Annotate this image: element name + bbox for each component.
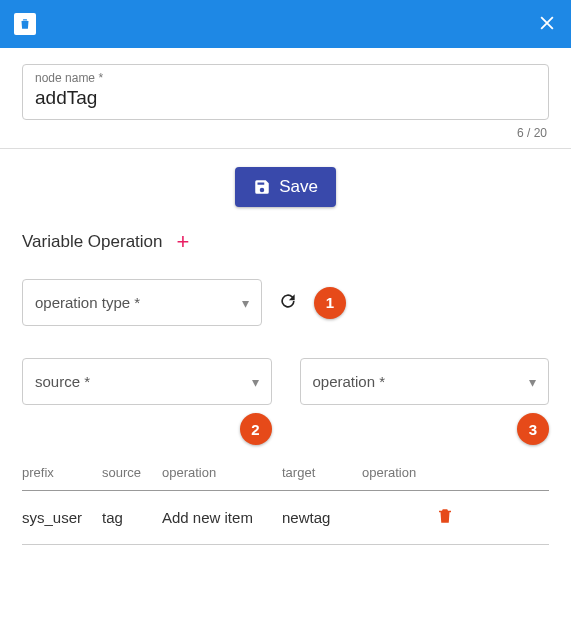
operation-type-select[interactable]: operation type * ▾ bbox=[22, 279, 262, 326]
save-row: Save bbox=[0, 149, 571, 231]
table-row: sys_user tag Add new item newtag bbox=[22, 491, 549, 545]
node-name-input[interactable] bbox=[35, 87, 536, 109]
save-button-label: Save bbox=[279, 177, 318, 197]
chevron-down-icon: ▾ bbox=[252, 374, 259, 390]
close-button[interactable] bbox=[537, 13, 557, 36]
refresh-button[interactable] bbox=[278, 291, 298, 314]
add-operation-button[interactable]: + bbox=[177, 231, 190, 253]
save-icon bbox=[253, 178, 271, 196]
operation-type-label: operation type * bbox=[35, 294, 140, 311]
operation-select-label: operation * bbox=[313, 373, 386, 390]
col-source: source bbox=[102, 465, 162, 480]
cell-source: tag bbox=[102, 509, 162, 526]
col-target: target bbox=[282, 465, 362, 480]
operation-select[interactable]: operation * ▾ bbox=[300, 358, 550, 405]
operations-table: prefix source operation target operation… bbox=[22, 455, 549, 545]
table-header-row: prefix source operation target operation bbox=[22, 455, 549, 491]
variable-operation-section: Variable Operation + operation type * ▾ … bbox=[0, 231, 571, 567]
cell-target: newtag bbox=[282, 509, 362, 526]
step-badge-1: 1 bbox=[314, 287, 346, 319]
cell-prefix: sys_user bbox=[22, 509, 102, 526]
brand-delete-icon bbox=[14, 13, 36, 35]
chevron-down-icon: ▾ bbox=[529, 374, 536, 390]
node-name-field-wrap[interactable]: node name * bbox=[22, 64, 549, 120]
delete-row-button[interactable] bbox=[436, 507, 454, 528]
modal-header bbox=[0, 0, 571, 48]
source-select[interactable]: source * ▾ bbox=[22, 358, 272, 405]
node-name-label: node name * bbox=[35, 71, 536, 85]
step-badge-3: 3 bbox=[517, 413, 549, 445]
col-operation-2: operation bbox=[362, 465, 432, 480]
source-select-label: source * bbox=[35, 373, 90, 390]
save-button[interactable]: Save bbox=[235, 167, 336, 207]
node-name-counter: 6 / 20 bbox=[22, 126, 549, 140]
col-operation-1: operation bbox=[162, 465, 282, 480]
cell-operation-1: Add new item bbox=[162, 509, 282, 526]
step-badge-2: 2 bbox=[240, 413, 272, 445]
section-title: Variable Operation bbox=[22, 232, 163, 252]
node-name-panel: node name * 6 / 20 bbox=[0, 48, 571, 149]
chevron-down-icon: ▾ bbox=[242, 295, 249, 311]
col-prefix: prefix bbox=[22, 465, 102, 480]
